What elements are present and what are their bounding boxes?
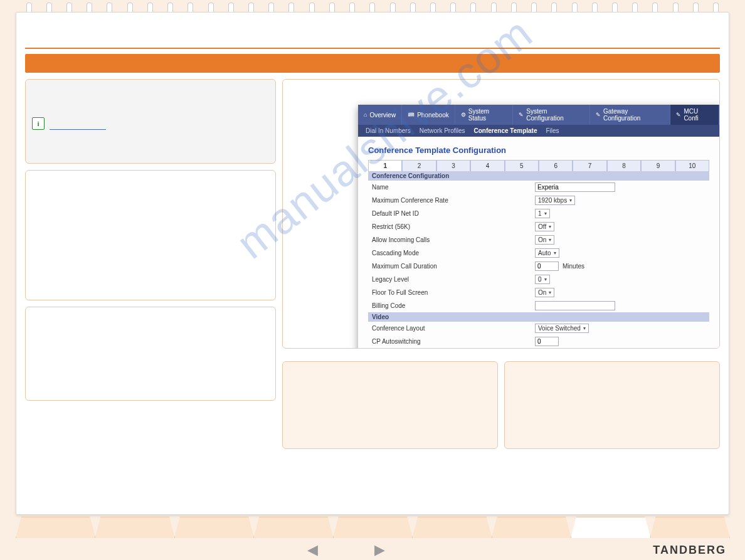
video-select-conference-layout[interactable]: Voice Switched▾ (535, 324, 589, 333)
video-label: Conference Layout (372, 325, 535, 332)
nav-tab-system-configuration[interactable]: ✎System Configuration (513, 105, 590, 125)
subnav-files[interactable]: Files (546, 127, 559, 134)
tab-icon: 📖 (408, 112, 415, 118)
nav-tab-overview[interactable]: ⌂Overview (358, 105, 402, 125)
video-input-cp-autoswitching[interactable] (535, 337, 559, 346)
chevron-down-icon: ▾ (549, 224, 551, 230)
conf-select-maximum-conference-rate[interactable]: 1920 kbps▾ (535, 196, 575, 205)
footer-tab[interactable] (174, 517, 254, 538)
conf-label: Billing Code (372, 302, 535, 309)
template-tab-3[interactable]: 3 (436, 160, 470, 171)
conf-row: Name (368, 181, 709, 194)
select-value: On (538, 236, 546, 243)
select-value: Auto (538, 250, 551, 256)
conf-label: Restrict (56K) (372, 223, 535, 230)
select-value: On (538, 289, 546, 296)
tab-icon: ⌂ (364, 112, 367, 118)
conf-label: Maximum Conference Rate (372, 197, 535, 204)
tab-label: System Configuration (526, 108, 584, 122)
subnav-dial-in-numbers[interactable]: Dial In Numbers (366, 127, 411, 134)
conf-label: Name (372, 184, 535, 191)
conf-label: Allow Incoming Calls (372, 236, 535, 243)
conf-select-floor-to-full-screen[interactable]: On▾ (535, 288, 554, 297)
footer-tab[interactable] (95, 517, 174, 538)
video-label: CP Autoswitching (372, 338, 535, 345)
template-tab-2[interactable]: 2 (402, 160, 436, 171)
video-row: CP Autoswitching (368, 335, 709, 348)
conf-row: Restrict (56K)Off▾ (368, 220, 709, 233)
select-value: 1920 kbps (538, 197, 567, 204)
conf-select-restrict-(56k)[interactable]: Off▾ (535, 222, 554, 231)
footer-tab-active[interactable] (571, 517, 650, 538)
conf-select-legacy-level[interactable]: 0▾ (535, 275, 550, 284)
video-row: Video FormatAuto▾ (368, 348, 709, 349)
chevron-down-icon: ▾ (583, 325, 586, 331)
info-icon: i (32, 117, 45, 130)
template-tab-10[interactable]: 10 (675, 160, 709, 171)
select-value: 0 (538, 276, 542, 283)
screenshot-panel: ⌂Overview📖Phonebook⚙System Status✎System… (282, 79, 720, 349)
nav-tab-mcu-confi[interactable]: ✎MCU Confi (670, 105, 719, 125)
conf-select-allow-incoming-calls[interactable]: On▾ (535, 235, 554, 245)
chevron-down-icon: ▾ (544, 211, 547, 216)
nav-tab-phonebook[interactable]: 📖Phonebook (402, 105, 455, 125)
header-rule (25, 48, 720, 49)
conf-input-name[interactable] (535, 182, 615, 192)
prev-page-icon[interactable]: ◀ (307, 542, 318, 558)
select-value: 1 (538, 210, 542, 217)
chevron-down-icon: ▾ (549, 237, 551, 243)
conf-row: Maximum Conference Rate1920 kbps▾ (368, 194, 709, 207)
left-card-3 (25, 307, 276, 401)
chevron-down-icon: ▾ (549, 290, 551, 295)
template-tab-1[interactable]: 1 (368, 160, 402, 171)
footer-tab[interactable] (16, 517, 95, 538)
conf-row: Floor To Full ScreenOn▾ (368, 286, 709, 299)
conf-row: Cascading ModeAuto▾ (368, 246, 709, 260)
conf-select-default-ip-net-id[interactable]: 1▾ (535, 209, 550, 218)
tab-label: MCU Confi (684, 108, 713, 122)
bottom-card-right (504, 361, 720, 449)
tab-label: Phonebook (417, 112, 449, 119)
unit-label: Minutes (563, 263, 584, 270)
conf-input-billing-code[interactable] (535, 301, 615, 310)
tab-icon: ⚙ (461, 112, 466, 118)
chevron-down-icon: ▾ (554, 250, 556, 256)
config-title: Conference Template Configuration (368, 145, 709, 155)
tab-label: System Status (468, 108, 507, 122)
template-tab-4[interactable]: 4 (470, 160, 504, 171)
tab-label: Overview (369, 112, 396, 119)
section-conference: Conference Configuration (368, 171, 709, 181)
template-tab-7[interactable]: 7 (573, 160, 606, 171)
conf-label: Maximum Call Duration (372, 263, 535, 270)
template-tab-8[interactable]: 8 (607, 160, 641, 171)
nav-tab-system-status[interactable]: ⚙System Status (455, 105, 514, 125)
footer-tab[interactable] (650, 517, 730, 538)
conf-select-cascading-mode[interactable]: Auto▾ (535, 248, 559, 258)
template-tab-9[interactable]: 9 (641, 160, 675, 171)
title-bar (25, 54, 720, 73)
conf-row: Allow Incoming CallsOn▾ (368, 233, 709, 246)
section-video: Video (368, 312, 709, 322)
footer-tab[interactable] (412, 517, 492, 538)
chevron-down-icon: ▾ (544, 277, 547, 282)
conf-label: Default IP Net ID (372, 210, 535, 217)
select-value: Voice Switched (538, 325, 581, 332)
conf-label: Cascading Mode (372, 250, 535, 256)
template-tab-5[interactable]: 5 (505, 160, 539, 171)
nav-tab-gateway-configuration[interactable]: ✎Gateway Configuration (590, 105, 670, 125)
footer-tab[interactable] (333, 517, 413, 538)
next-page-icon[interactable]: ▶ (374, 542, 385, 558)
info-link[interactable] (50, 129, 106, 130)
bottom-card-left (282, 361, 498, 449)
footer-tab[interactable] (253, 517, 333, 538)
chevron-down-icon: ▾ (569, 198, 572, 203)
footer-tab[interactable] (492, 517, 571, 538)
subnav-conference-template[interactable]: Conference Template (474, 127, 537, 134)
conf-row: Legacy Level0▾ (368, 273, 709, 286)
template-tab-6[interactable]: 6 (539, 160, 573, 171)
info-card: i (25, 79, 276, 164)
tab-icon: ✎ (519, 112, 524, 118)
conf-input-maximum-call-duration[interactable] (535, 262, 559, 271)
subnav-network-profiles[interactable]: Network Profiles (420, 127, 465, 134)
tab-icon: ✎ (676, 112, 681, 118)
